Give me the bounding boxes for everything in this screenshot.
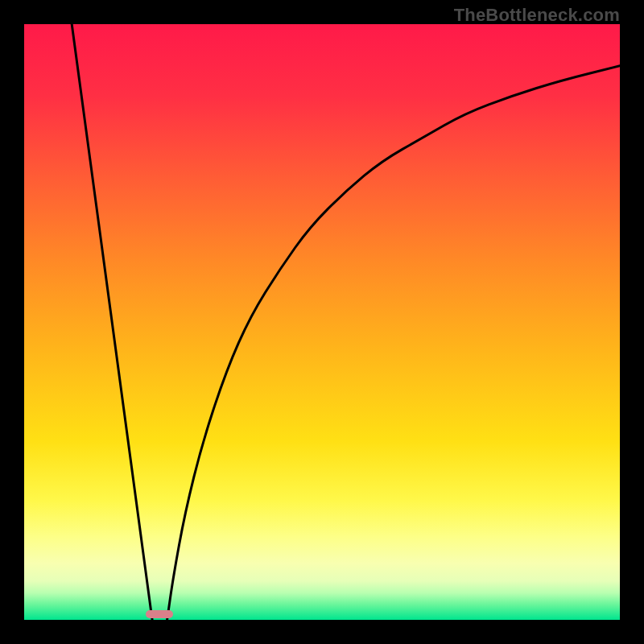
bottleneck-minimum-marker: [146, 610, 172, 618]
chart-frame: TheBottleneck.com: [0, 0, 644, 644]
watermark-text: TheBottleneck.com: [454, 5, 620, 26]
right-curve-path: [167, 66, 620, 620]
bottleneck-curve: [24, 24, 620, 620]
plot-area: [24, 24, 620, 620]
left-line-path: [72, 24, 152, 620]
